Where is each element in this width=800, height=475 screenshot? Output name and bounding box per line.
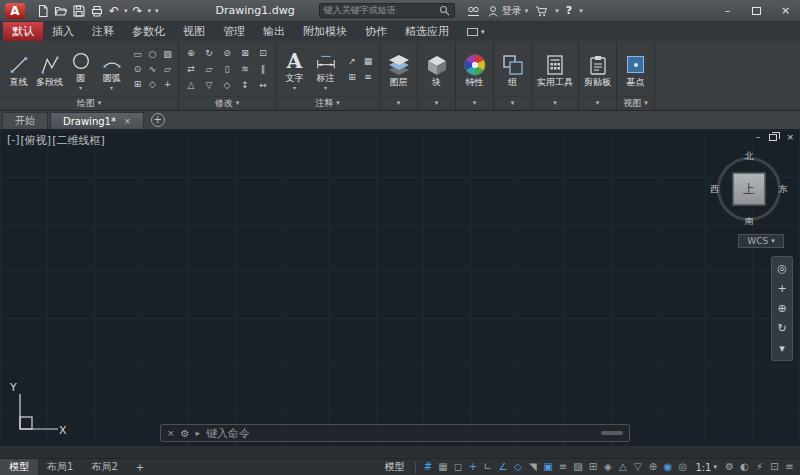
annotation-scale-button[interactable]: 1:1 ▾ <box>690 462 722 473</box>
help-button[interactable]: ? <box>566 4 572 17</box>
cart-caret-icon[interactable]: ▾ <box>555 7 559 15</box>
draw-tool-icon[interactable]: + <box>160 77 175 92</box>
modify-tool-icon[interactable]: ≋ <box>236 61 254 77</box>
draw-panel-footer[interactable]: 绘图 ▾ <box>0 96 178 110</box>
navbar-more-icon[interactable]: ▾ <box>779 343 785 354</box>
tab-close-icon[interactable]: × <box>124 117 131 126</box>
plot-icon[interactable] <box>89 3 105 19</box>
snap-mode-icon[interactable]: ▦ <box>435 462 450 472</box>
gizmo-icon[interactable]: ⊕ <box>645 462 660 472</box>
close-button[interactable]: × <box>771 0 800 21</box>
drawing-canvas[interactable]: [-][俯视][二维线框] – × 北 南 西 东 上 WCS ▾ ◎+⊕↻▾ … <box>0 130 800 445</box>
tab-collaborate[interactable]: 协作 <box>356 22 396 41</box>
view-panel-footer[interactable]: 视图 ▾ <box>617 96 654 110</box>
modify-tool-icon[interactable]: △ <box>182 77 200 93</box>
layers-button[interactable]: 图层 <box>383 51 414 88</box>
infer-constraints-icon[interactable]: ◻ <box>450 462 465 472</box>
text-button[interactable]: A 文字 ▾ <box>279 47 310 91</box>
horizontal-scrollbar-area[interactable] <box>0 445 800 458</box>
modify-tool-icon[interactable]: ⇄ <box>182 61 200 77</box>
dimension-button[interactable]: 标注 ▾ <box>310 47 341 91</box>
isodraft-icon[interactable]: ◇ <box>510 462 525 472</box>
modify-tool-icon[interactable]: ⊡ <box>254 45 272 61</box>
modify-panel-footer[interactable]: 修改 ▾ <box>179 96 275 110</box>
draw-tool-icon[interactable]: ▱ <box>160 62 175 77</box>
open-icon[interactable] <box>53 3 69 19</box>
new-layout-button[interactable]: + <box>127 459 153 475</box>
draw-tool-icon[interactable]: ▭ <box>130 47 145 62</box>
maximize-button[interactable] <box>742 0 771 21</box>
search-icon[interactable] <box>439 5 450 16</box>
tab-manage[interactable]: 管理 <box>214 22 254 41</box>
tab-addins[interactable]: 附加模块 <box>294 22 356 41</box>
clipboard-button[interactable]: 剪贴板 <box>582 51 613 88</box>
isolate-objects-icon[interactable]: ◐ <box>737 462 752 472</box>
tab-output[interactable]: 输出 <box>254 22 294 41</box>
workspace-gear-icon[interactable]: ⚙ <box>722 462 737 472</box>
modify-tool-icon[interactable]: ◇ <box>218 77 236 93</box>
command-line[interactable]: × ⚙ ▸ 键入命令 <box>160 424 630 442</box>
viewcube-west[interactable]: 西 <box>710 183 719 196</box>
tab-home[interactable]: 默认 <box>3 22 43 41</box>
annotation-panel-footer[interactable]: 注释 ▾ <box>276 96 379 110</box>
block-button[interactable]: 块 <box>421 51 452 88</box>
community-icon[interactable] <box>467 5 480 17</box>
grid-icon[interactable]: # <box>420 462 435 472</box>
help-caret-icon[interactable]: ▾ <box>579 7 583 15</box>
ortho-mode-icon[interactable]: ∟ <box>480 462 495 472</box>
new-drawing-tab-button[interactable]: + <box>151 113 165 127</box>
autoscale-icon[interactable]: ◎ <box>675 462 690 472</box>
zoom-icon[interactable]: ⊕ <box>777 303 786 314</box>
start-tab[interactable]: 开始 <box>2 112 48 129</box>
tab-annotate[interactable]: 注释 <box>83 22 123 41</box>
annotation-tool-icon[interactable]: ↗ <box>344 53 360 69</box>
undo-icon[interactable]: ↶ <box>107 5 121 17</box>
modify-tool-icon[interactable]: ⊕ <box>182 45 200 61</box>
clean-screen-icon[interactable]: ⊡ <box>767 462 782 472</box>
draw-tool-icon[interactable]: ◇ <box>145 77 160 92</box>
draw-tool-icon[interactable]: ○ <box>145 47 160 62</box>
block-panel-footer[interactable]: ▾ <box>418 96 455 110</box>
annotation-tool-icon[interactable]: ≡ <box>360 69 376 85</box>
draw-tool-icon[interactable]: ⊞ <box>130 77 145 92</box>
modify-tool-icon[interactable]: ▯ <box>218 61 236 77</box>
search-box[interactable]: 键入关键字或短语 <box>319 3 455 18</box>
viewcube-east[interactable]: 东 <box>779 183 788 196</box>
viewport-restore-icon[interactable] <box>769 134 777 141</box>
redo-icon[interactable]: ↷ <box>131 5 145 17</box>
viewcube-south[interactable]: 南 <box>745 215 754 228</box>
customize-icon[interactable]: ≡ <box>782 462 797 472</box>
selection-filter-icon[interactable]: ▽ <box>630 462 645 472</box>
transparency-icon[interactable]: ▨ <box>570 462 585 472</box>
modify-tool-icon[interactable]: ↔ <box>254 77 272 93</box>
annotation-tool-icon[interactable]: ⊞ <box>344 69 360 85</box>
new-drawing-icon[interactable] <box>35 3 51 19</box>
tab-view[interactable]: 视图 <box>174 22 214 41</box>
viewport-close-icon[interactable]: × <box>786 132 794 142</box>
tab-featured-apps[interactable]: 精选应用 <box>396 22 458 41</box>
draw-tool-icon[interactable]: ▨ <box>160 47 175 62</box>
annotation-visibility-icon[interactable]: ◉ <box>660 462 675 472</box>
wcs-dropdown[interactable]: WCS ▾ <box>738 234 784 248</box>
selection-cycling-icon[interactable]: ⊞ <box>585 462 600 472</box>
groups-button[interactable]: 组 <box>497 51 528 88</box>
lineweight-icon[interactable]: ≡ <box>555 462 570 472</box>
viewport-control-segment[interactable]: [-] <box>7 133 20 148</box>
minimize-button[interactable]: – <box>713 0 742 21</box>
tab-parametric[interactable]: 参数化 <box>123 22 174 41</box>
modify-tool-icon[interactable]: ⊘ <box>218 45 236 61</box>
clipboard-panel-footer[interactable]: ▾ <box>579 96 616 110</box>
model-space-toggle[interactable]: 模型 <box>377 460 411 474</box>
tab-insert[interactable]: 插入 <box>43 22 83 41</box>
layout-tab-layout1[interactable]: 布局1 <box>38 459 82 475</box>
pan-icon[interactable]: + <box>777 283 786 294</box>
viewcube[interactable]: 北 南 西 东 上 <box>710 150 788 228</box>
redo-caret-icon[interactable]: ▾ <box>148 7 152 15</box>
draw-tool-icon[interactable]: ∿ <box>145 62 160 77</box>
layout-tab-model[interactable]: 模型 <box>0 459 38 475</box>
annotation-tool-icon[interactable]: ▦ <box>360 53 376 69</box>
dynamic-ucs-icon[interactable]: △ <box>615 462 630 472</box>
layout-tab-layout2[interactable]: 布局2 <box>82 459 126 475</box>
viewcube-top-face[interactable]: 上 <box>733 173 766 206</box>
drawing-tab[interactable]: Drawing1* × <box>50 112 144 129</box>
